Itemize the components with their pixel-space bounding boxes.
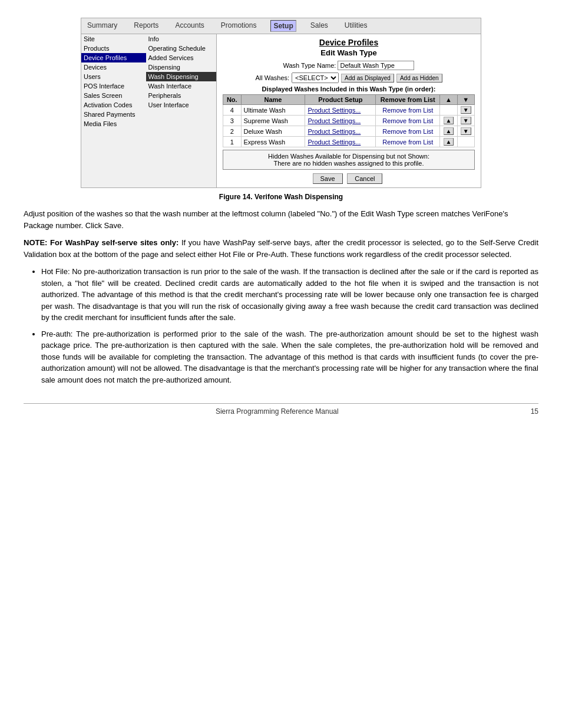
main-panel: Device Profiles Edit Wash Type Wash Type… <box>217 34 481 187</box>
nav-bar: Summary Reports Accounts Promotions Setu… <box>81 18 481 34</box>
row-no: 2 <box>223 126 242 137</box>
sidebar-activation-codes[interactable]: Activation Codes <box>81 100 146 110</box>
hidden-title: Hidden Washes Available for Dispensing b… <box>226 153 472 160</box>
note-prefix: NOTE: For WashPay self-serve sites only: <box>24 238 178 247</box>
footer-page: 15 <box>531 407 538 416</box>
col-header-up: ▲ <box>440 95 457 105</box>
nav-utilities[interactable]: Utilities <box>342 20 370 32</box>
row-up[interactable]: ▲ <box>440 116 457 126</box>
row-remove-link[interactable]: Remove from List <box>376 126 440 137</box>
row-remove-link[interactable]: Remove from List <box>376 137 440 147</box>
col-header-down: ▼ <box>457 95 474 105</box>
sidebar-dispensing[interactable]: Dispensing <box>146 62 216 72</box>
sidebar-wash-interface[interactable]: Wash Interface <box>146 81 216 91</box>
wash-table: No. Name Product Setup Remove from List … <box>223 94 475 147</box>
sidebar-operating-schedule[interactable]: Operating Schedule <box>146 44 216 53</box>
nav-reports[interactable]: Reports <box>131 20 161 32</box>
wash-type-label: Wash Type Name: <box>283 62 336 69</box>
screenshot-container: Summary Reports Accounts Promotions Setu… <box>81 18 481 188</box>
cancel-button[interactable]: Cancel <box>347 173 382 184</box>
row-remove-link[interactable]: Remove from List <box>376 105 440 116</box>
row-product-link[interactable]: Product Settings... <box>305 137 376 147</box>
sidebar-media-files[interactable]: Media Files <box>81 119 146 129</box>
row-product-link[interactable]: Product Settings... <box>305 126 376 137</box>
save-row: Save Cancel <box>223 173 475 184</box>
row-down <box>457 137 474 147</box>
figure-caption: Figure 14. Verifone Wash Dispensing <box>24 193 538 201</box>
row-down[interactable]: ▼ <box>457 105 474 116</box>
all-washes-select[interactable]: <SELECT> <box>292 73 339 83</box>
bullet-item-hotfile: Hot File: No pre-authorization transacti… <box>41 266 538 324</box>
row-no: 4 <box>223 105 242 116</box>
sidebar-col1: Site Products Device Profiles Devices Us… <box>81 34 146 129</box>
nav-promotions[interactable]: Promotions <box>219 20 259 32</box>
bullet-item-preauth: Pre-auth: The pre-authorization is perfo… <box>41 328 538 386</box>
body-paragraph1: Adjust position of the washes so that th… <box>24 208 538 231</box>
main-title: Device Profiles <box>223 38 475 47</box>
sidebar-device-profiles[interactable]: Device Profiles <box>81 53 146 62</box>
sidebar-users[interactable]: Users <box>81 72 146 81</box>
row-down[interactable]: ▼ <box>457 126 474 137</box>
sidebar: Site Products Device Profiles Devices Us… <box>81 34 217 187</box>
row-no: 3 <box>223 116 242 126</box>
sidebar-devices[interactable]: Devices <box>81 62 146 72</box>
row-up <box>440 105 457 116</box>
table-row: 2 Deluxe Wash Product Settings... Remove… <box>223 126 475 137</box>
all-washes-row: All Washes: <SELECT> Add as Displayed Ad… <box>223 73 475 83</box>
row-product-link[interactable]: Product Settings... <box>305 116 376 126</box>
col-header-remove: Remove from List <box>376 95 440 105</box>
hidden-text: There are no hidden washes assigned to t… <box>226 160 472 167</box>
section-displayed-label: Displayed Washes Included in this Wash T… <box>223 85 475 93</box>
note-paragraph: NOTE: For WashPay self-serve sites only:… <box>24 237 538 260</box>
sidebar-peripherals[interactable]: Peripherals <box>146 91 216 100</box>
sidebar-pos-interface[interactable]: POS Interface <box>81 81 146 91</box>
sidebar-products[interactable]: Products <box>81 44 146 53</box>
nav-accounts[interactable]: Accounts <box>173 20 206 32</box>
row-product-link[interactable]: Product Settings... <box>305 105 376 116</box>
row-name: Express Wash <box>241 137 305 147</box>
col-header-product-setup: Product Setup <box>305 95 376 105</box>
nav-summary[interactable]: Summary <box>85 20 120 32</box>
add-as-displayed-button[interactable]: Add as Displayed <box>341 74 394 83</box>
sidebar-user-interface[interactable]: User Interface <box>146 100 216 110</box>
content-area: Site Products Device Profiles Devices Us… <box>81 34 481 187</box>
nav-setup[interactable]: Setup <box>270 20 296 32</box>
save-button[interactable]: Save <box>313 173 343 184</box>
row-name: Supreme Wash <box>241 116 305 126</box>
row-name: Ultimate Wash <box>241 105 305 116</box>
add-as-hidden-button[interactable]: Add as Hidden <box>396 74 442 83</box>
table-row: 4 Ultimate Wash Product Settings... Remo… <box>223 105 475 116</box>
row-up[interactable]: ▲ <box>440 137 457 147</box>
row-down[interactable]: ▼ <box>457 116 474 126</box>
nav-sales[interactable]: Sales <box>308 20 330 32</box>
sidebar-site[interactable]: Site <box>81 34 146 44</box>
sidebar-added-services[interactable]: Added Services <box>146 53 216 62</box>
sidebar-shared-payments[interactable]: Shared Payments <box>81 110 146 119</box>
row-no: 1 <box>223 137 242 147</box>
table-row: 3 Supreme Wash Product Settings... Remov… <box>223 116 475 126</box>
row-name: Deluxe Wash <box>241 126 305 137</box>
page-footer: Sierra Programming Reference Manual 15 <box>24 403 538 416</box>
footer-center: Sierra Programming Reference Manual <box>216 407 339 416</box>
wash-type-input[interactable] <box>338 61 414 70</box>
row-up[interactable]: ▲ <box>440 126 457 137</box>
hidden-section: Hidden Washes Available for Dispensing b… <box>223 150 475 170</box>
row-remove-link[interactable]: Remove from List <box>376 116 440 126</box>
wash-type-name-row: Wash Type Name: <box>223 61 475 70</box>
all-washes-label: All Washes: <box>255 74 289 81</box>
col-header-no: No. <box>223 95 242 105</box>
table-row: 1 Express Wash Product Settings... Remov… <box>223 137 475 147</box>
sidebar-col2: Info Operating Schedule Added Services D… <box>146 34 216 129</box>
sidebar-info[interactable]: Info <box>146 34 216 44</box>
sub-title: Edit Wash Type <box>223 48 475 57</box>
sidebar-wash-dispensing[interactable]: Wash Dispensing <box>146 72 216 81</box>
sidebar-sales-screen[interactable]: Sales Screen <box>81 91 146 100</box>
col-header-name: Name <box>241 95 305 105</box>
bullet-list: Hot File: No pre-authorization transacti… <box>41 266 538 386</box>
